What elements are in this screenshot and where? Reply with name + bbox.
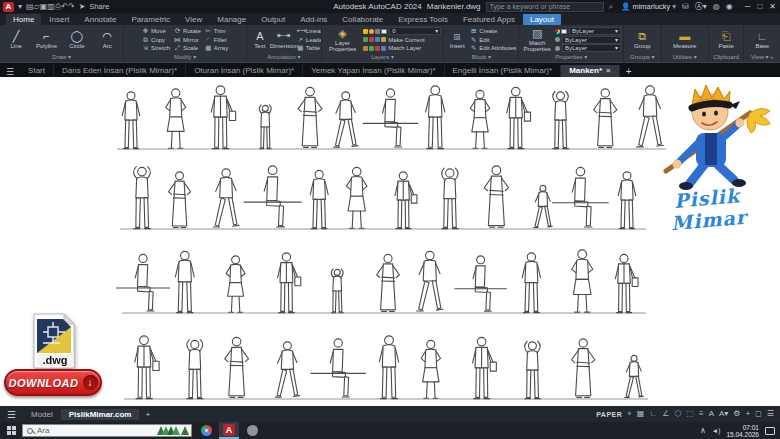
- ribbon-tab-express-tools[interactable]: Express Tools: [391, 14, 455, 25]
- draw-panel-label[interactable]: Draw ▾: [0, 53, 123, 62]
- circle-tool[interactable]: ◯Circle: [66, 26, 88, 53]
- ribbon-tab-layout[interactable]: Layout: [523, 14, 561, 25]
- paper-space-label[interactable]: PAPER: [596, 411, 622, 418]
- paste-tool[interactable]: ⎗ Paste: [715, 26, 737, 53]
- human-figure-block[interactable]: [211, 86, 235, 149]
- match-properties-tool[interactable]: ▨ Match Properties: [521, 26, 553, 53]
- ribbon-tab-manage[interactable]: Manage: [210, 14, 253, 25]
- qat-dropdown-icon[interactable]: ▾: [18, 0, 22, 13]
- view-panel-label[interactable]: View ▾ »: [744, 53, 780, 62]
- new-drawing-tab-button[interactable]: +: [620, 66, 638, 77]
- human-figure-block[interactable]: [553, 167, 609, 227]
- share-button[interactable]: Share: [89, 2, 109, 11]
- human-figure-block[interactable]: [363, 89, 417, 147]
- human-figure-block[interactable]: [244, 166, 301, 227]
- human-figure-block[interactable]: [618, 172, 635, 229]
- ribbon-tab-collaborate[interactable]: Collaborate: [335, 14, 390, 25]
- annotation-panel-label[interactable]: Annotation ▾: [247, 53, 321, 62]
- stretch-tool[interactable]: ⇲Stretch: [142, 44, 170, 52]
- layout-tab-model[interactable]: Model: [23, 409, 61, 420]
- annotation-scale-icon[interactable]: A▾: [719, 407, 728, 421]
- layer-properties-tool[interactable]: ◈ Layer Properties: [324, 26, 361, 53]
- maximize-button[interactable]: □: [757, 2, 762, 11]
- autocad-app-button[interactable]: A: [219, 422, 239, 439]
- human-figure-block[interactable]: [169, 172, 191, 228]
- workspace-gear-icon[interactable]: ⚙: [733, 407, 740, 421]
- property-row-2[interactable]: ByLayer▾: [555, 44, 621, 52]
- taskbar-clock[interactable]: 07:01 15.04.2026: [726, 424, 759, 438]
- human-figure-block[interactable]: [122, 92, 139, 149]
- human-figure-block[interactable]: [275, 342, 299, 397]
- minimize-button[interactable]: ─: [745, 2, 751, 11]
- layout-tabs-menu-icon[interactable]: ☰: [0, 409, 23, 420]
- new-file-icon[interactable]: ▤: [26, 2, 34, 11]
- human-figure-block[interactable]: [572, 339, 595, 398]
- human-figure-block[interactable]: [134, 167, 151, 229]
- copy-tool[interactable]: ⧉Copy: [142, 36, 170, 44]
- tray-chevron-icon[interactable]: ∧: [700, 426, 706, 435]
- share-icon[interactable]: ➤: [79, 0, 86, 13]
- modify-panel-label[interactable]: Modify ▾: [124, 53, 245, 62]
- match-layer-button[interactable]: Match Layer: [363, 44, 441, 52]
- layer-select-combo[interactable]: 0▾: [363, 27, 441, 35]
- human-figure-block[interactable]: [187, 340, 203, 399]
- chrome-app-button[interactable]: [196, 422, 216, 439]
- linear-tool[interactable]: ⟷Linear: [297, 27, 322, 35]
- human-figure-block[interactable]: [166, 89, 186, 148]
- isodraft-icon[interactable]: ⬡: [674, 407, 681, 421]
- taskbar-search-input[interactable]: Ara: [22, 424, 192, 437]
- make-current-button[interactable]: Make Current: [363, 36, 441, 44]
- property-row-0[interactable]: ByLayer▾: [555, 27, 621, 35]
- app-button-3[interactable]: [242, 422, 262, 439]
- osnap-icon[interactable]: ⬚: [686, 407, 694, 421]
- account-button[interactable]: 👤 mimarlucky ▾: [621, 2, 676, 11]
- human-figure-block[interactable]: [213, 169, 239, 227]
- human-figure-block[interactable]: [455, 256, 507, 311]
- edit-button[interactable]: ✎Edit: [470, 36, 519, 44]
- layer-dropdown-icon[interactable]: ▾: [435, 27, 438, 35]
- ribbon-tab-featured-apps[interactable]: Featured Apps: [456, 14, 522, 25]
- measure-tool[interactable]: ▬ Measure: [673, 26, 696, 53]
- clipboard-panel-label[interactable]: Clipboard: [709, 53, 744, 62]
- group-tool[interactable]: ⧉ Group: [631, 26, 653, 53]
- base-view-tool[interactable]: ∟ Base: [751, 26, 773, 53]
- ribbon-tab-annotate[interactable]: Annotate: [77, 14, 123, 25]
- human-figure-block[interactable]: [572, 250, 593, 312]
- ribbon-tab-home[interactable]: Home: [6, 14, 41, 25]
- file-tab-start[interactable]: Start: [20, 65, 54, 77]
- insert-block-tool[interactable]: ⧈ Insert: [446, 26, 468, 53]
- ribbon-tab-parametric[interactable]: Parametric: [124, 14, 177, 25]
- app-store-cart-icon[interactable]: ⛁: [682, 2, 689, 11]
- table-tool[interactable]: ▦Table: [297, 44, 322, 52]
- arc-tool[interactable]: ◠Arc: [96, 26, 118, 53]
- scale-tool[interactable]: ⤢Scale: [174, 44, 201, 52]
- combo-dropdown-icon[interactable]: ▾: [615, 44, 618, 52]
- trim-tool[interactable]: ✂Trim: [205, 27, 228, 35]
- file-tabs-menu-icon[interactable]: ☰: [0, 67, 20, 77]
- human-figure-block[interactable]: [594, 89, 617, 148]
- new-layout-button[interactable]: +: [139, 410, 156, 419]
- customize-icon[interactable]: ☰: [767, 407, 774, 421]
- download-button[interactable]: DOWNLOAD ↓: [4, 369, 102, 396]
- cursor-snap-icon[interactable]: ⌖: [627, 407, 632, 421]
- drawing-canvas[interactable]: Pislik Mimar .dwg DOWNLOAD ↓: [0, 77, 780, 406]
- action-center-icon[interactable]: [765, 427, 775, 435]
- human-figure-block[interactable]: [310, 170, 328, 228]
- start-button[interactable]: [0, 422, 22, 439]
- dimension-tool[interactable]: ⇤⇥ Dimension: [273, 26, 295, 53]
- volume-icon[interactable]: ◄): [712, 427, 721, 434]
- polyline-tool[interactable]: ⌐Polyline: [36, 26, 58, 53]
- human-figure-block[interactable]: [226, 256, 245, 312]
- human-figure-block[interactable]: [470, 90, 490, 148]
- edit-attributes-▾-button[interactable]: ✎Edit Attributes ▾: [470, 44, 519, 52]
- human-figure-block[interactable]: [135, 336, 159, 399]
- help-icon[interactable]: ◍: [713, 2, 720, 11]
- close-button[interactable]: ✕: [769, 2, 776, 11]
- file-tab-yemek-yapan-i-nsan-pislik-mimar-[interactable]: Yemek Yapan İnsan (Pislik Mimar)*: [303, 65, 444, 77]
- human-figure-block[interactable]: [377, 254, 400, 311]
- ribbon-tab-view[interactable]: View: [178, 14, 209, 25]
- human-figure-block[interactable]: [331, 269, 343, 313]
- help-search-input[interactable]: Type a keyword or phrase: [486, 2, 604, 12]
- leader-tool[interactable]: ↗Leader: [297, 36, 322, 44]
- human-figure-block[interactable]: [334, 92, 358, 147]
